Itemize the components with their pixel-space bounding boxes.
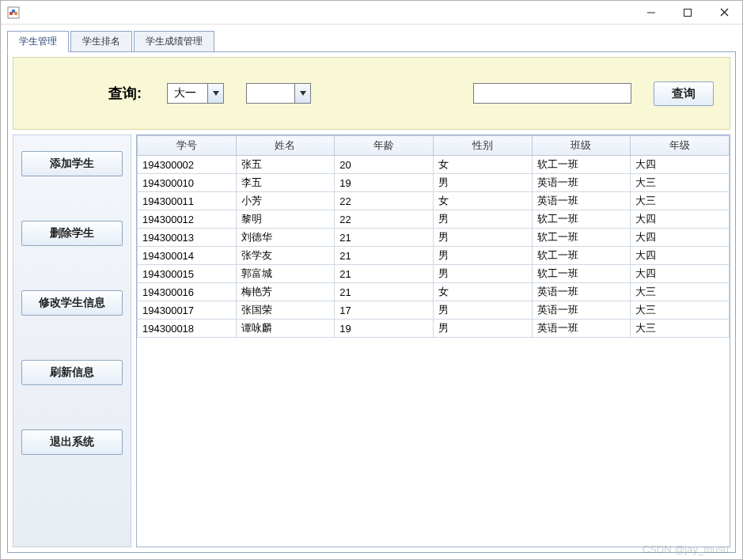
grade-select[interactable]: 大一 bbox=[167, 83, 224, 104]
table-cell: 英语一班 bbox=[532, 192, 631, 210]
table-cell: 20 bbox=[335, 156, 434, 174]
table-cell: 21 bbox=[335, 283, 434, 301]
student-table: 学号姓名年龄性别班级年级 194300002张五20女软工一班大四1943000… bbox=[137, 135, 730, 338]
add-student-button[interactable]: 添加学生 bbox=[21, 151, 123, 176]
table-cell: 大三 bbox=[631, 283, 730, 301]
table-cell: 194300010 bbox=[138, 174, 237, 192]
table-cell: 194300017 bbox=[138, 301, 237, 320]
table-cell: 郭富城 bbox=[236, 265, 335, 283]
grade-select-value: 大一 bbox=[168, 84, 207, 103]
table-cell: 大四 bbox=[631, 247, 730, 265]
table-cell: 张国荣 bbox=[236, 301, 335, 320]
table-cell: 21 bbox=[335, 247, 434, 265]
column-header[interactable]: 姓名 bbox=[236, 136, 335, 156]
table-cell: 大三 bbox=[631, 301, 730, 320]
table-cell: 英语一班 bbox=[532, 301, 631, 320]
column-header[interactable]: 班级 bbox=[532, 136, 631, 156]
table-cell: 194300011 bbox=[138, 192, 237, 210]
exit-button[interactable]: 退出系统 bbox=[21, 429, 123, 455]
table-cell: 张五 bbox=[236, 156, 335, 174]
table-cell: 194300015 bbox=[138, 265, 237, 283]
chevron-down-icon bbox=[294, 84, 310, 103]
table-cell: 刘德华 bbox=[236, 229, 335, 247]
column-header[interactable]: 性别 bbox=[433, 136, 532, 156]
minimize-button[interactable] bbox=[633, 1, 669, 25]
table-cell: 194300002 bbox=[138, 156, 237, 174]
table-row[interactable]: 194300017张国荣17男英语一班大三 bbox=[138, 301, 730, 320]
column-header[interactable]: 年龄 bbox=[335, 136, 434, 156]
search-input[interactable] bbox=[473, 83, 631, 104]
maximize-button[interactable] bbox=[669, 1, 706, 25]
modify-student-button[interactable]: 修改学生信息 bbox=[21, 290, 123, 316]
table-cell: 软工一班 bbox=[532, 265, 631, 283]
sidebar: 添加学生 删除学生 修改学生信息 刷新信息 退出系统 bbox=[13, 134, 131, 547]
table-body: 194300002张五20女软工一班大四194300010李五19男英语一班大三… bbox=[138, 156, 730, 338]
table-cell: 男 bbox=[433, 320, 532, 338]
table-cell: 19 bbox=[335, 174, 434, 192]
svg-rect-5 bbox=[684, 9, 692, 16]
table-cell: 大三 bbox=[631, 174, 730, 192]
table-row[interactable]: 194300015郭富城21男软工一班大四 bbox=[138, 265, 730, 283]
delete-student-button[interactable]: 删除学生 bbox=[21, 221, 123, 246]
table-row[interactable]: 194300013刘德华21男软工一班大四 bbox=[138, 229, 730, 247]
table-cell: 大四 bbox=[631, 210, 730, 229]
chevron-down-icon bbox=[207, 84, 223, 103]
table-cell: 21 bbox=[335, 229, 434, 247]
table-cell: 17 bbox=[335, 301, 434, 320]
table-cell: 男 bbox=[433, 174, 532, 192]
query-button[interactable]: 查询 bbox=[654, 81, 714, 106]
table-cell: 194300016 bbox=[138, 283, 237, 301]
table-row[interactable]: 194300018谭咏麟19男英语一班大三 bbox=[138, 320, 730, 338]
table-row[interactable]: 194300011小芳22女英语一班大三 bbox=[138, 192, 730, 210]
table-cell: 男 bbox=[433, 247, 532, 265]
table-header-row: 学号姓名年龄性别班级年级 bbox=[138, 136, 730, 156]
titlebar bbox=[1, 1, 742, 25]
table-row[interactable]: 194300014张学友21男软工一班大四 bbox=[138, 247, 730, 265]
tab-1[interactable]: 学生排名 bbox=[70, 31, 132, 52]
table-cell: 大四 bbox=[631, 156, 730, 174]
table-cell: 男 bbox=[433, 301, 532, 320]
table-cell: 小芳 bbox=[236, 192, 335, 210]
tab-2[interactable]: 学生成绩管理 bbox=[134, 31, 214, 52]
table-cell: 19 bbox=[335, 320, 434, 338]
table-cell: 大四 bbox=[631, 265, 730, 283]
student-table-container[interactable]: 学号姓名年龄性别班级年级 194300002张五20女软工一班大四1943000… bbox=[136, 134, 730, 547]
table-row[interactable]: 194300002张五20女软工一班大四 bbox=[138, 156, 730, 174]
table-cell: 英语一班 bbox=[532, 320, 631, 338]
table-cell: 22 bbox=[335, 210, 434, 229]
table-cell: 软工一班 bbox=[532, 229, 631, 247]
svg-point-3 bbox=[14, 11, 17, 14]
main-row: 添加学生 删除学生 修改学生信息 刷新信息 退出系统 学号姓名年龄性别班级年级 … bbox=[13, 134, 730, 547]
table-cell: 女 bbox=[433, 283, 532, 301]
table-cell: 194300014 bbox=[138, 247, 237, 265]
table-cell: 黎明 bbox=[236, 210, 335, 229]
table-cell: 男 bbox=[433, 229, 532, 247]
table-cell: 194300013 bbox=[138, 229, 237, 247]
table-cell: 李五 bbox=[236, 174, 335, 192]
table-row[interactable]: 194300016梅艳芳21女英语一班大三 bbox=[138, 283, 730, 301]
table-cell: 男 bbox=[433, 210, 532, 229]
table-row[interactable]: 194300010李五19男英语一班大三 bbox=[138, 174, 730, 192]
query-label: 查询: bbox=[108, 84, 142, 103]
table-cell: 梅艳芳 bbox=[236, 283, 335, 301]
column-header[interactable]: 学号 bbox=[138, 136, 237, 156]
table-row[interactable]: 194300012黎明22男软工一班大四 bbox=[138, 210, 730, 229]
tab-panel-student-mgmt: 查询: 大一 查询 bbox=[7, 51, 736, 553]
class-select[interactable] bbox=[246, 83, 311, 104]
table-cell: 英语一班 bbox=[532, 283, 631, 301]
column-header[interactable]: 年级 bbox=[631, 136, 730, 156]
tab-0[interactable]: 学生管理 bbox=[7, 31, 69, 52]
tab-strip: 学生管理学生排名学生成绩管理 bbox=[7, 31, 736, 52]
table-cell: 男 bbox=[433, 265, 532, 283]
close-button[interactable] bbox=[706, 1, 742, 25]
svg-marker-8 bbox=[213, 91, 219, 96]
table-cell: 21 bbox=[335, 265, 434, 283]
query-bar: 查询: 大一 查询 bbox=[13, 57, 730, 130]
table-cell: 22 bbox=[335, 192, 434, 210]
table-cell: 194300018 bbox=[138, 320, 237, 338]
table-cell: 大三 bbox=[631, 320, 730, 338]
refresh-button[interactable]: 刷新信息 bbox=[21, 360, 123, 385]
svg-marker-9 bbox=[300, 91, 306, 96]
table-cell: 软工一班 bbox=[532, 210, 631, 229]
class-select-value bbox=[247, 84, 294, 103]
